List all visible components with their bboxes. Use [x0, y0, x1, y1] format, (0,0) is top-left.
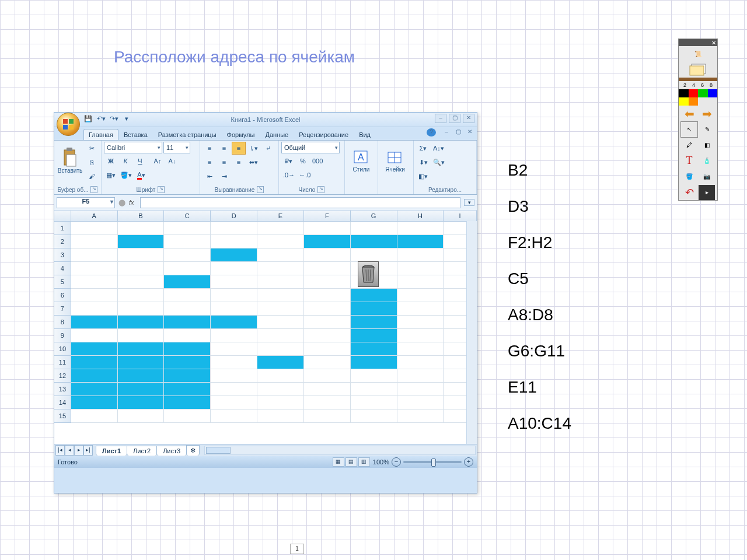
font-name-select[interactable]: Calibri — [104, 142, 162, 153]
tab-data[interactable]: Данные — [260, 129, 294, 140]
formatpainter-icon[interactable]: 🖌 — [85, 170, 99, 183]
undo-icon[interactable]: ↶ — [681, 185, 697, 200]
cell-C5[interactable] — [164, 275, 211, 289]
cut-icon[interactable]: ✂ — [85, 142, 99, 155]
cell-D8[interactable] — [211, 316, 257, 329]
row-header-5[interactable]: 5 — [54, 275, 71, 289]
italic-button[interactable]: К — [118, 155, 132, 167]
cell-H12[interactable] — [397, 369, 444, 383]
cell-C13[interactable] — [164, 383, 211, 396]
merge-icon[interactable]: ⬌▾ — [246, 156, 260, 169]
zoom-out-button[interactable]: − — [392, 457, 401, 467]
cell-D1[interactable] — [211, 222, 257, 235]
autosum-icon[interactable]: Σ▾ — [416, 142, 430, 155]
cell-B6[interactable] — [118, 289, 165, 302]
cell-E5[interactable] — [257, 275, 304, 289]
cell-B4[interactable] — [118, 262, 165, 275]
cell-B11[interactable] — [118, 356, 165, 369]
indent-inc-icon[interactable]: ⇥ — [217, 170, 231, 183]
cell-B3[interactable] — [118, 249, 165, 262]
stamp-icon[interactable]: 🧴 — [699, 153, 715, 169]
cell-D15[interactable] — [211, 410, 257, 423]
col-header-E[interactable]: E — [257, 211, 304, 221]
cell-H4[interactable] — [397, 262, 444, 275]
cell-H14[interactable] — [397, 396, 444, 410]
cell-B7[interactable] — [118, 302, 165, 316]
mdi-close[interactable]: ✕ — [465, 128, 474, 136]
align-left-icon[interactable]: ≡ — [203, 156, 217, 169]
cell-E7[interactable] — [257, 302, 304, 316]
cell-E4[interactable] — [257, 262, 304, 275]
cell-G10[interactable] — [351, 342, 397, 356]
cell-C1[interactable] — [164, 222, 211, 235]
align-bottom-icon[interactable]: ≡ — [232, 142, 246, 155]
row-header-14[interactable]: 14 — [54, 396, 71, 410]
cell-F14[interactable] — [304, 396, 351, 410]
close-icon[interactable]: ✕ — [711, 40, 716, 46]
sort-filter-icon[interactable]: A↓▾ — [431, 142, 446, 155]
cell-B13[interactable] — [118, 383, 165, 396]
mdi-restore[interactable]: ▢ — [453, 128, 463, 136]
name-box[interactable]: F5 — [57, 197, 115, 208]
cell-D11[interactable] — [211, 356, 257, 369]
zoom-level[interactable]: 100% — [373, 459, 389, 466]
cell-B9[interactable] — [118, 329, 165, 342]
fx-cancel-icon[interactable]: ⬤ — [118, 199, 125, 206]
cell-B5[interactable] — [118, 275, 165, 289]
label-d3[interactable]: D3 — [508, 197, 571, 216]
sheet-tab-3[interactable]: Лист3 — [156, 446, 187, 456]
font-color-icon[interactable]: A▾ — [134, 169, 148, 181]
label-c5[interactable]: C5 — [508, 270, 571, 288]
cell-G6[interactable] — [351, 289, 397, 302]
cell-E12[interactable] — [257, 369, 304, 383]
cell-F8[interactable] — [304, 316, 351, 329]
percent-icon[interactable]: % — [296, 155, 310, 167]
cell-C6[interactable] — [164, 289, 211, 302]
find-icon[interactable]: 🔍▾ — [431, 156, 446, 169]
row-header-9[interactable]: 9 — [54, 329, 71, 342]
cell-H6[interactable] — [397, 289, 444, 302]
window-titlebar[interactable]: 💾 ↶▾ ↷▾ ▾ Книга1 - Microsoft Excel – ▢ ✕ — [54, 113, 477, 127]
clear-icon[interactable]: ◧▾ — [416, 170, 430, 183]
tab-insert[interactable]: Вставка — [118, 129, 153, 140]
close-button[interactable]: ✕ — [463, 114, 474, 123]
col-header-G[interactable]: G — [351, 211, 397, 221]
camera-icon[interactable]: 📷 — [699, 169, 715, 184]
dec-decimal-icon[interactable]: ←.0 — [297, 169, 312, 181]
cell-E2[interactable] — [257, 235, 304, 249]
trash-icon[interactable] — [358, 261, 379, 287]
worksheet-area[interactable]: ABCDEFGHI 123456789101112131415 — [54, 211, 477, 444]
cell-D6[interactable] — [211, 289, 257, 302]
cell-E8[interactable] — [257, 316, 304, 329]
cell-A6[interactable] — [71, 289, 118, 302]
fill-color-icon[interactable]: 🪣▾ — [118, 169, 134, 181]
fill-icon[interactable]: ⬇▾ — [416, 156, 430, 169]
cell-H2[interactable] — [397, 235, 444, 249]
cell-A10[interactable] — [71, 342, 118, 356]
cell-E14[interactable] — [257, 396, 304, 410]
cell-C8[interactable] — [164, 316, 211, 329]
align-top-icon[interactable]: ≡ — [203, 142, 217, 155]
cell-H5[interactable] — [397, 275, 444, 289]
cell-F5[interactable] — [304, 275, 351, 289]
label-f2h2[interactable]: F2:H2 — [508, 233, 571, 252]
fx-icon[interactable]: fx — [129, 199, 134, 206]
dialog-launcher-icon[interactable]: ↘ — [90, 186, 97, 193]
copy-icon[interactable]: ⎘ — [85, 156, 99, 169]
number-format-select[interactable]: Общий — [281, 142, 340, 153]
cell-G8[interactable] — [351, 316, 397, 329]
inc-decimal-icon[interactable]: .0→ — [281, 169, 296, 181]
cell-C11[interactable] — [164, 356, 211, 369]
cell-H10[interactable] — [397, 342, 444, 356]
cell-C2[interactable] — [164, 235, 211, 249]
row-header-3[interactable]: 3 — [54, 249, 71, 262]
cell-E13[interactable] — [257, 383, 304, 396]
cell-F15[interactable] — [304, 410, 351, 423]
maximize-button[interactable]: ▢ — [449, 114, 460, 123]
column-headers[interactable]: ABCDEFGHI — [54, 211, 477, 222]
cell-H15[interactable] — [397, 410, 444, 423]
grow-font-icon[interactable]: A↑ — [151, 155, 165, 167]
last-sheet-button[interactable]: ▸| — [83, 445, 93, 456]
cell-A3[interactable] — [71, 249, 118, 262]
tab-formulas[interactable]: Формулы — [222, 129, 260, 140]
